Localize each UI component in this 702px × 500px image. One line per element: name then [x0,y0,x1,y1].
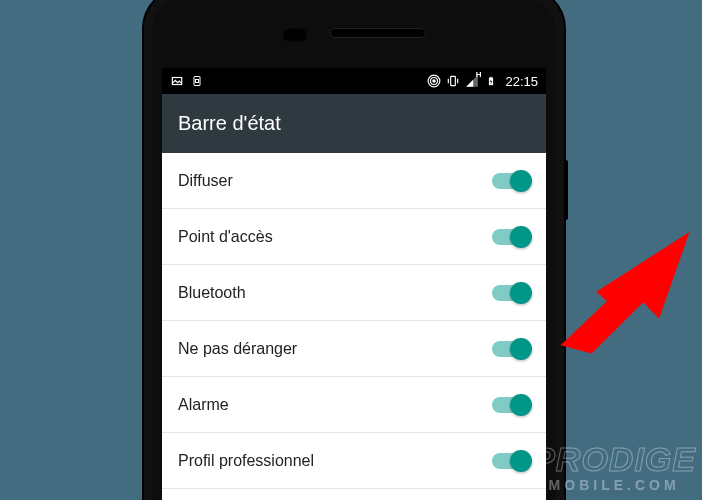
sim-icon [190,74,204,88]
toggle-point-acces[interactable] [492,229,530,245]
svg-marker-10 [467,80,474,87]
toggle-profil-professionnel[interactable] [492,453,530,469]
row-wifi[interactable]: Wi-Fi [162,489,546,500]
row-label: Diffuser [178,172,233,190]
hotspot-icon [427,74,441,88]
row-label: Ne pas déranger [178,340,297,358]
row-point-acces[interactable]: Point d'accès [162,209,546,265]
row-bluetooth[interactable]: Bluetooth [162,265,546,321]
signal-icon: H [465,74,479,88]
battery-icon [484,74,498,88]
page-title: Barre d'état [162,94,546,153]
row-ne-pas-deranger[interactable]: Ne pas déranger [162,321,546,377]
row-label: Bluetooth [178,284,246,302]
screen: H 22:15 Barre d'état Diffuser Point d'a [162,68,546,500]
row-label: Alarme [178,396,229,414]
status-bar: H 22:15 [162,68,546,94]
row-alarme[interactable]: Alarme [162,377,546,433]
svg-rect-1 [194,77,200,86]
power-button [564,160,568,220]
clock: 22:15 [505,74,538,89]
svg-rect-0 [172,78,181,85]
row-label: Profil professionnel [178,452,314,470]
row-label: Point d'accès [178,228,273,246]
phone-frame: H 22:15 Barre d'état Diffuser Point d'a [144,0,564,500]
svg-rect-6 [451,76,456,85]
svg-marker-15 [560,216,689,364]
toggle-diffuser[interactable] [492,173,530,189]
row-diffuser[interactable]: Diffuser [162,153,546,209]
vibrate-icon [446,74,460,88]
row-profil-professionnel[interactable]: Profil professionnel [162,433,546,489]
phone-body: H 22:15 Barre d'état Diffuser Point d'a [152,0,556,500]
watermark: PRODIGE MOBILE.COM [532,442,696,492]
svg-rect-2 [196,80,199,83]
toggle-ne-pas-deranger[interactable] [492,341,530,357]
svg-point-3 [433,80,435,82]
signal-type: H [476,70,482,79]
svg-rect-12 [490,77,493,78]
pointer-arrow [560,205,700,375]
camera-sensor [282,28,308,42]
speaker-grille [330,28,426,38]
toggle-bluetooth[interactable] [492,285,530,301]
settings-list[interactable]: Diffuser Point d'accès Bluetooth Ne pas … [162,153,546,500]
toggle-alarme[interactable] [492,397,530,413]
screenshot-icon [170,74,184,88]
